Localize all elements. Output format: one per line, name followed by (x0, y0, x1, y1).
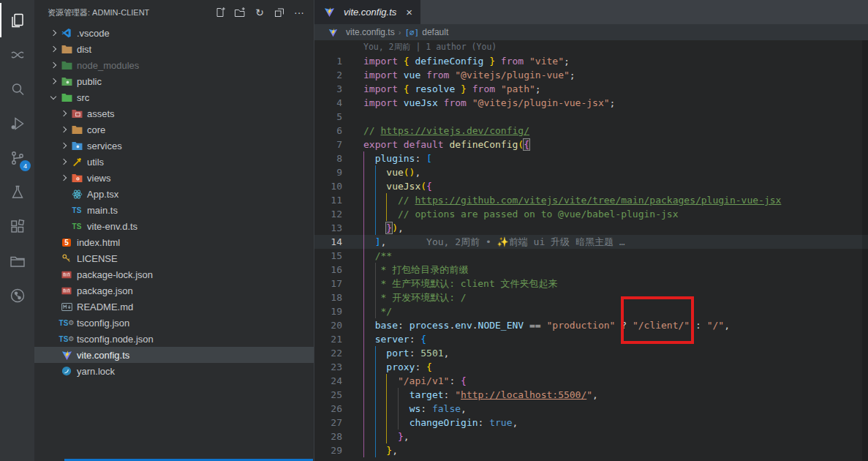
code-line-8[interactable]: 8 plugins: [ (314, 151, 868, 165)
tree-item-label: utils (87, 157, 104, 168)
refresh-icon[interactable]: ↻ (252, 5, 267, 20)
tree-item-LICENSE[interactable]: LICENSE (34, 250, 314, 266)
line-content: // https://vitejs.dev/config/ (363, 124, 529, 138)
code-line-7[interactable]: 7export default defineConfig({ (314, 138, 868, 151)
code-line-17[interactable]: 17 * 生产环境默认: client 文件夹包起来 (314, 277, 868, 291)
tree-item-tsconfig.json[interactable]: TS⚙tsconfig.json (34, 315, 314, 331)
code-line-25[interactable]: 25 target: "http://localhost:5500/", (314, 388, 868, 402)
new-file-icon[interactable] (213, 5, 227, 20)
tree-item-vite-env.d.ts[interactable]: TSvite-env.d.ts (34, 218, 314, 234)
code-line-3[interactable]: 3import { resolve } from "path"; (314, 82, 868, 96)
scrollbar-gutter[interactable] (862, 40, 868, 461)
twistie-chevron-icon[interactable] (58, 176, 70, 180)
line-content: /** (363, 249, 392, 263)
twistie-chevron-icon[interactable] (48, 79, 60, 83)
vs-project-icon[interactable] (0, 37, 34, 72)
line-number: 11 (314, 193, 342, 207)
line-number: 10 (314, 179, 342, 193)
code-line-16[interactable]: 16 * 打包给目录的前缀 (314, 263, 868, 277)
twistie-chevron-icon[interactable] (58, 111, 70, 116)
tree-item-package-lock.json[interactable]: package-lock.json (34, 266, 314, 282)
breadcrumb-symbol[interactable]: [∅] default (404, 27, 448, 37)
code-editor[interactable]: You, 2周前 | 1 author (You) 1import { defi… (314, 40, 868, 461)
tree-item-public[interactable]: public (34, 73, 314, 89)
twistie-chevron-icon[interactable] (48, 63, 60, 67)
tree-item-label: vite.config.ts (77, 350, 129, 361)
tree-item-yarn.lock[interactable]: yarn.lock (34, 363, 314, 379)
extensions-icon[interactable] (0, 209, 34, 244)
line-content: * 生产环境默认: client 文件夹包起来 (363, 277, 558, 291)
tree-item-utils[interactable]: utils (34, 154, 314, 170)
code-line-1[interactable]: 1import { defineConfig } from "vite"; (314, 54, 868, 68)
twistie-chevron-icon[interactable] (58, 143, 70, 148)
tree-item-vite.config.ts[interactable]: vite.config.ts (34, 347, 314, 363)
tree-item-label: tsconfig.json (77, 318, 129, 329)
breadcrumb: vite.config.ts › [∅] default (314, 24, 868, 40)
code-line-24[interactable]: 24 "/api/v1": { (314, 374, 868, 388)
tree-item-main.ts[interactable]: TSmain.ts (34, 202, 314, 218)
project-folder-icon[interactable] (0, 244, 34, 278)
code-line-13[interactable]: 13 }), (314, 221, 868, 235)
code-line-12[interactable]: 12 // options are passed on to @vue/babe… (314, 207, 868, 221)
code-line-4[interactable]: 4import vueJsx from "@vitejs/plugin-vue-… (314, 96, 868, 110)
tab-vite-config[interactable]: vite.config.ts × (314, 0, 420, 24)
code-line-10[interactable]: 10 vueJsx({ (314, 179, 868, 193)
source-control-icon[interactable]: 4 (0, 140, 34, 175)
tree-item-assets[interactable]: assets (34, 105, 314, 121)
tree-item-tsconfig.node.json[interactable]: TS⚙tsconfig.node.json (34, 331, 314, 347)
code-line-20[interactable]: 20 base: process.env.NODE_ENV == "produc… (314, 318, 868, 332)
code-line-29[interactable]: 29 }, (314, 443, 868, 457)
vite-icon (60, 349, 73, 361)
tree-item-src[interactable]: src (34, 89, 314, 105)
code-line-28[interactable]: 28 }, (314, 430, 868, 443)
code-line-2[interactable]: 2import vue from "@vitejs/plugin-vue"; (314, 68, 868, 82)
code-line-23[interactable]: 23 proxy: { (314, 360, 868, 374)
twistie-chevron-icon[interactable] (48, 31, 60, 35)
tree-item-core[interactable]: core (34, 121, 314, 138)
code-line-19[interactable]: 19 */ (314, 304, 868, 318)
run-debug-icon[interactable] (0, 106, 34, 140)
code-line-11[interactable]: 11 // https://github.com/vitejs/vite/tre… (314, 193, 868, 207)
code-line-15[interactable]: 15 /** (314, 249, 868, 263)
git-graph-icon[interactable] (0, 278, 34, 312)
tree-item-node-modules[interactable]: node_modules (34, 57, 314, 73)
tree-item-views[interactable]: views (34, 170, 314, 186)
code-line-18[interactable]: 18 * 开发环境默认: / (314, 291, 868, 304)
tree-item-.vscode[interactable]: .vscode (34, 25, 314, 41)
twistie-chevron-icon[interactable] (58, 127, 70, 132)
code-line-26[interactable]: 26 ws: false, (314, 402, 868, 416)
code-line-21[interactable]: 21 server: { (314, 332, 868, 346)
twistie-chevron-icon[interactable] (48, 47, 60, 51)
code-line-5[interactable]: 5 (314, 110, 868, 124)
line-number: 7 (314, 138, 342, 151)
line-number: 23 (314, 360, 342, 374)
tree-item-label: yarn.lock (77, 366, 115, 377)
line-content: ], You, 2周前 • ✨前端 ui 升级 暗黑主题 … (363, 235, 625, 249)
tree-item-package.json[interactable]: package.json (34, 282, 314, 299)
line-number: 24 (314, 374, 342, 388)
tree-item-services[interactable]: services (34, 138, 314, 154)
line-number: 26 (314, 402, 342, 416)
explorer-icon[interactable] (0, 3, 34, 37)
tree-item-index.html[interactable]: 5index.html (34, 234, 314, 250)
line-content: "/api/v1": { (363, 374, 467, 388)
code-line-9[interactable]: 9 vue(), (314, 165, 868, 179)
code-line-22[interactable]: 22 port: 5501, (314, 346, 868, 360)
twistie-chevron-icon[interactable] (48, 97, 60, 99)
tab-close-icon[interactable]: × (406, 7, 412, 18)
code-line-6[interactable]: 6// https://vitejs.dev/config/ (314, 124, 868, 138)
tree-item-dist[interactable]: dist (34, 41, 314, 57)
code-line-27[interactable]: 27 changeOrigin: true, (314, 416, 868, 430)
collapse-folders-icon[interactable] (272, 5, 287, 20)
code-line-14[interactable]: 14 ], You, 2周前 • ✨前端 ui 升级 暗黑主题 … (314, 235, 868, 249)
twistie-chevron-icon[interactable] (58, 160, 70, 164)
tree-item-README.md[interactable]: README.md (34, 299, 314, 315)
breadcrumb-file[interactable]: vite.config.ts (326, 26, 395, 38)
code-line-30[interactable]: 30 (314, 457, 868, 461)
more-actions-icon[interactable]: ··· (292, 5, 306, 20)
testing-icon[interactable] (0, 175, 34, 209)
tree-item-App.tsx[interactable]: App.tsx (34, 186, 314, 202)
search-icon[interactable] (0, 72, 34, 106)
line-content: // https://github.com/vitejs/vite/tree/m… (363, 193, 781, 207)
new-folder-icon[interactable] (233, 5, 247, 20)
